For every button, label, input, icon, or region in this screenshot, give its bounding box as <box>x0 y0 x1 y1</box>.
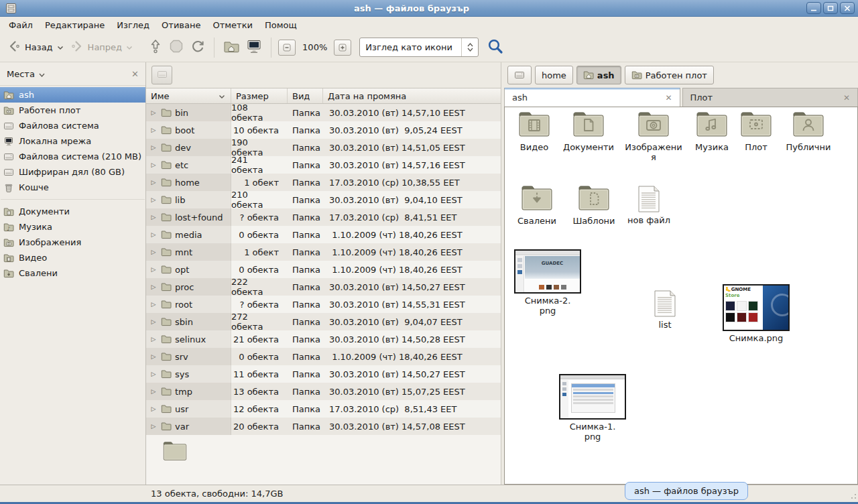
icon-item-нов-файл[interactable]: нов файл <box>625 185 672 225</box>
column-header-2[interactable]: Размер <box>231 88 288 103</box>
expander-icon[interactable]: ▷ <box>149 336 158 342</box>
sidebar-item-ash[interactable]: ash <box>0 87 145 103</box>
icon-item-Документи[interactable]: Документи <box>557 111 620 152</box>
spinner-arrows-icon[interactable] <box>462 43 478 52</box>
table-row-selinux[interactable]: ▷selinux21 обектаПапка30.03.2010 (вт) 14… <box>146 330 501 348</box>
expander-icon[interactable]: ▷ <box>149 196 158 203</box>
search-button[interactable] <box>487 38 504 57</box>
icon-view[interactable]: ВидеоДокументиИзображенияМузикаПлотПубли… <box>504 107 858 485</box>
back-history-chevron-icon[interactable] <box>57 42 64 52</box>
table-row-dev[interactable]: ▷dev190 обектаПапка30.03.2010 (вт) 14,51… <box>146 139 501 156</box>
table-row-bin[interactable]: ▷bin108 обектаПапка30.03.2010 (вт) 14,57… <box>146 104 501 121</box>
sidebar-item-изображения[interactable]: Изображения <box>0 235 145 250</box>
menu-item-2[interactable]: Редактиране <box>39 18 111 32</box>
table-row-proc[interactable]: ▷proc222 обектаПапка30.03.2010 (вт) 14,5… <box>146 278 501 296</box>
expander-icon[interactable]: ▷ <box>149 231 158 238</box>
table-row-tmp[interactable]: ▷tmp13 обектаПапка30.03.2010 (вт) 15,07,… <box>146 383 501 400</box>
sidebar-item-документи[interactable]: Документи <box>0 204 145 219</box>
expander-icon[interactable]: ▷ <box>149 127 158 133</box>
sidebar-item-работен-плот[interactable]: Работен плот <box>0 103 145 118</box>
tab-ash[interactable]: ash✕ <box>504 88 680 107</box>
sidebar-item-кошче[interactable]: Кошче <box>0 180 145 195</box>
zoom-in-button[interactable] <box>334 40 351 56</box>
icon-item-Снимка-1-png[interactable]: Снимка-1.png <box>556 374 629 442</box>
table-row-sbin[interactable]: ▷sbin272 обектаПапка30.03.2010 (вт) 9,04… <box>146 313 501 330</box>
column-header-1[interactable]: Име <box>146 88 231 103</box>
table-row-etc[interactable]: ▷etc241 обектаПапка30.03.2010 (вт) 14,57… <box>146 156 501 174</box>
zoom-out-button[interactable] <box>278 40 296 56</box>
up-button[interactable] <box>145 35 166 60</box>
expander-icon[interactable]: ▷ <box>149 301 158 308</box>
table-row-boot[interactable]: ▷boot10 обектаПапка30.03.2010 (вт) 9,05,… <box>146 121 501 139</box>
expander-icon[interactable]: ▷ <box>149 249 158 255</box>
breadcrumb-button-filesystem[interactable] <box>507 66 532 84</box>
expander-icon[interactable]: ▷ <box>149 179 158 186</box>
table-row-lost+found[interactable]: ▷lost+found? обектаПапка17.03.2010 (ср) … <box>146 208 501 226</box>
icon-item-Шаблони[interactable]: Шаблони <box>568 185 620 226</box>
icon-item-Публични[interactable]: Публични <box>780 111 837 152</box>
home-button[interactable] <box>220 36 243 59</box>
close-button[interactable] <box>840 2 855 14</box>
stop-button[interactable] <box>166 36 187 59</box>
minimize-button[interactable] <box>806 2 821 14</box>
icon-item-Снимка-png[interactable]: 🦶GNOME StoreСнимка.png <box>719 284 793 343</box>
expander-icon[interactable]: ▷ <box>149 144 158 151</box>
menu-item-4[interactable]: Отиване <box>156 18 206 32</box>
table-row-media[interactable]: ▷media0 обектаПапка 1.10.2009 (чт) 18,40… <box>146 226 501 243</box>
expander-icon[interactable]: ▷ <box>149 405 158 412</box>
tab-Плот[interactable]: Плот✕ <box>682 88 858 107</box>
expander-icon[interactable]: ▷ <box>149 371 158 377</box>
tab-close-icon[interactable]: ✕ <box>665 93 672 103</box>
table-row-var[interactable]: ▷var20 обектаПапка30.03.2010 (вт) 14,57,… <box>146 418 501 435</box>
table-row-home[interactable]: ▷home1 обектПапка17.03.2010 (ср) 10,38,5… <box>146 174 501 191</box>
icon-item-Свалени[interactable]: Свалени <box>514 185 560 226</box>
expander-icon[interactable]: ▷ <box>149 109 158 116</box>
expander-icon[interactable]: ▷ <box>149 423 158 430</box>
icon-item-Изображения[interactable]: Изображения <box>623 111 684 162</box>
sidebar-item-свалени[interactable]: Свалени <box>0 265 145 281</box>
icon-item-Видео[interactable]: Видео <box>513 111 556 152</box>
sidebar-title-chevron-icon[interactable] <box>39 69 45 79</box>
table-row-lib[interactable]: ▷lib210 обектаПапка30.03.2010 (вт) 9,04,… <box>146 191 501 208</box>
table-row-mnt[interactable]: ▷mnt1 обектПапка 1.10.2009 (чт) 18,40,26… <box>146 243 501 261</box>
table-row-srv[interactable]: ▷srv0 обектаПапка 1.10.2009 (чт) 18,40,2… <box>146 348 501 365</box>
expander-icon[interactable]: ▷ <box>149 214 158 220</box>
sidebar-item-видео[interactable]: Видео <box>0 250 145 265</box>
expander-icon[interactable]: ▷ <box>149 318 158 325</box>
computer-button[interactable] <box>243 36 265 59</box>
sidebar-item-файлова-система[interactable]: Файлова система <box>0 118 145 133</box>
sidebar-title[interactable]: Места <box>7 69 35 79</box>
menu-item-5[interactable]: Отметки <box>206 18 258 32</box>
table-row-opt[interactable]: ▷opt0 обектаПапка 1.10.2009 (чт) 18,40,2… <box>146 261 501 278</box>
sidebar-close-icon[interactable]: ✕ <box>131 69 139 79</box>
icon-item-Музика[interactable]: Музика <box>691 111 733 152</box>
back-button[interactable]: Назад <box>4 36 67 58</box>
forward-button[interactable]: Напред <box>67 36 136 58</box>
expander-icon[interactable]: ▷ <box>149 162 158 168</box>
column-header-3[interactable]: Вид <box>288 88 323 103</box>
sidebar-item-шифриран-дял-80-gb-[interactable]: Шифриран дял (80 GB) <box>0 164 145 180</box>
expander-icon[interactable]: ▷ <box>149 353 158 360</box>
resize-grip[interactable] <box>849 491 857 501</box>
maximize-button[interactable] <box>823 2 838 14</box>
expander-icon[interactable]: ▷ <box>149 284 158 290</box>
icon-item-Плот[interactable]: Плот <box>738 111 774 152</box>
breadcrumb-button-Работен плот[interactable]: Работен плот <box>625 66 714 84</box>
menu-item-3[interactable]: Изглед <box>111 18 156 32</box>
reload-button[interactable] <box>187 36 208 59</box>
view-mode-select[interactable]: Изглед като икони <box>359 38 479 57</box>
table-row-sys[interactable]: ▷sys11 обектаПапка30.03.2010 (вт) 14,50,… <box>146 365 501 383</box>
tab-close-icon[interactable]: ✕ <box>843 93 850 103</box>
titlebar[interactable]: ash — файлов браузър <box>0 0 858 17</box>
breadcrumb-button-ash[interactable]: ash <box>576 66 621 84</box>
tree-root-button[interactable] <box>151 66 172 84</box>
sidebar-item-файлова-система-210-mb-[interactable]: Файлова система (210 MB) <box>0 149 145 164</box>
menu-item-6[interactable]: Помощ <box>259 18 303 32</box>
icon-item-Снимка-2-png[interactable]: GUADECСнимка-2.png <box>513 249 583 316</box>
expander-icon[interactable]: ▷ <box>149 266 158 273</box>
table-row-usr[interactable]: ▷usr12 обектаПапка17.03.2010 (ср) 8,51,4… <box>146 400 501 418</box>
column-header-4[interactable]: Дата на промяна <box>323 88 501 103</box>
sidebar-item-музика[interactable]: ♪Музика <box>0 219 145 235</box>
menu-item-1[interactable]: Файл <box>3 18 39 32</box>
sidebar-item-локална-мрежа[interactable]: Локална мрежа <box>0 133 145 149</box>
